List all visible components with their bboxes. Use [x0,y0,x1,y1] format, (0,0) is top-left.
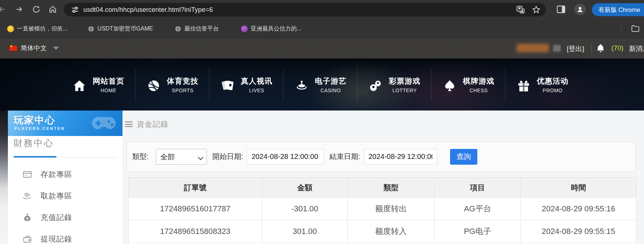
nav-label-zh: 网站首页 [93,76,124,86]
url-bar[interactable]: usdt04.com/hhcp/usercenter.html?iniType=… [64,3,546,17]
bell-icon[interactable] [596,43,605,53]
bookmark-label: 亚洲最具公信力的... [251,25,301,33]
nav-item-casino[interactable]: 电子游艺CASINO [283,68,357,101]
nav-item-lottery[interactable]: 彩票游戏LOTTERY [357,68,431,101]
sidebar-item-label: 取款專區 [41,191,72,201]
chevron-down-icon [53,47,59,50]
table-row: 1724896516017787 -301.00 额度转出 AG平台 2024-… [129,197,636,220]
logout-link[interactable]: [登出] [567,44,584,53]
cell-order-no: 1724896515808323 [129,220,262,243]
back-icon[interactable] [0,4,7,15]
money-bag-icon [23,213,32,222]
folder-icon[interactable] [631,24,640,33]
sidebar-item-label: 存款專區 [41,169,72,179]
home-icon [72,78,87,93]
type-select[interactable]: 全部 [156,149,207,165]
cell-time: 2024-08-29 09:55:15 [520,220,636,243]
nav-label-en: PROMO [543,88,562,93]
nav-item-home[interactable]: 网站首页HOME [61,68,135,101]
cell-item: PG电子 [434,220,520,243]
playing-cards-icon [220,78,235,93]
screen: usdt04.com/hhcp/usercenter.html?iniType=… [0,0,644,244]
language-selector[interactable]: 简体中文 [9,44,59,52]
column-header: 類型 [347,178,434,197]
lottery-balls-icon [368,78,383,93]
translate-icon[interactable] [516,5,525,14]
sports-ball-icon [146,78,161,93]
start-date-label: 開始日期: [213,152,244,161]
table-header-row: 訂單號 金額 類型 項目 時間 [129,178,636,197]
cell-amount: -301.00 [262,198,347,220]
search-button[interactable]: 查詢 [450,149,477,165]
bookmark-item[interactable]: 一直被模仿，但依... [10,25,68,33]
notice-count[interactable]: (70) [611,44,624,52]
url-text[interactable]: usdt04.com/hhcp/usercenter.html?iniType=… [83,6,213,14]
bookmarks-bar: 一直被模仿，但依... USDT加密货币GAME 最佳信誉平台 亚洲最具公信力的… [0,19,644,39]
cell-item: AG平台 [434,198,520,220]
side-panel-icon[interactable] [556,4,566,14]
roulette-icon [294,78,309,93]
chrome-update-button[interactable]: 有新版 Chrome [592,3,644,16]
bookmark-favicon [7,25,14,32]
wallet-icon [23,234,32,244]
site-info-icon[interactable] [70,5,80,14]
notice-link[interactable]: 新消息 [629,44,644,53]
bookmark-favicon [241,25,248,32]
browser-toolbar: usdt04.com/hhcp/usercenter.html?iniType=… [0,0,644,19]
forward-icon[interactable] [14,4,24,15]
redacted-badge [553,45,561,52]
bookmark-item[interactable]: USDT加密货币GAME [88,25,153,33]
banner-subtitle: PLAYERS CENTER [14,126,65,131]
bookmark-star-icon[interactable] [532,5,541,14]
sidebar-item-deposit[interactable]: 存款專區 [8,164,122,185]
sidebar-item-label: 提現記錄 [41,234,72,244]
nav-label-zh: 真人视讯 [241,76,273,86]
gift-icon [516,78,531,93]
start-date-input[interactable] [247,149,324,165]
sidebar: 玩家中心 PLAYERS CENTER 財務中心 存款專區 [8,111,122,244]
main-navigation: 网站首页HOME 体育竞技SPORTS 真人视讯LIVES [0,58,644,111]
bookmark-label: 最佳信誉平台 [184,25,219,33]
filter-panel: 類型: 全部 開始日期: 結束日期: 查詢 [126,142,636,172]
userbar-divider [592,43,592,54]
nav-item-lives[interactable]: 真人视讯LIVES [209,68,283,101]
menu-icon[interactable] [125,121,133,127]
table-row-partial [129,243,636,244]
nav-label-en: LOTTERY [393,88,417,93]
bookmark-item[interactable]: 最佳信誉平台 [175,25,219,33]
user-bar: 简体中文 [登出] (70) 新消息 [0,39,644,58]
bookmark-label: 一直被模仿，但依... [17,25,68,33]
profile-avatar[interactable] [574,4,586,15]
nav-label-zh: 电子游艺 [315,76,347,86]
nav-item-sports[interactable]: 体育竞技SPORTS [135,68,209,101]
banner-title: 玩家中心 [14,114,55,127]
sidebar-item-withdrawal-records[interactable]: 提現記錄 [8,228,122,244]
home-button-icon[interactable] [47,4,58,15]
end-date-input[interactable] [364,149,437,165]
nav-label-en: HOME [101,88,116,93]
table-row: 1724896515808323 301.00 额度转入 PG电子 2024-0… [129,220,636,243]
language-label: 简体中文 [21,44,47,52]
spade-icon [442,78,457,93]
type-select-wrap: 全部 [156,149,207,165]
nav-label-zh: 优惠活动 [537,76,569,86]
nav-item-chess[interactable]: 棋牌游戏CHESS [431,68,505,101]
bookmark-item[interactable]: 亚洲最具公信力的... [241,25,301,33]
bank-card-icon [23,170,32,179]
bookmark-label: USDT加密货币GAME [97,25,153,33]
china-flag-icon [9,46,17,51]
bookmarks-divider [621,24,621,33]
sidebar-item-recharge-records[interactable]: 充值記錄 [8,207,122,228]
column-header: 金額 [262,178,347,197]
gamepad-icon [90,115,117,131]
hand-money-icon [23,191,32,201]
nav-label-en: SPORTS [172,88,193,93]
globe-icon [175,25,181,32]
column-header: 訂單號 [129,178,262,197]
sidebar-item-withdraw[interactable]: 取款專區 [8,185,122,207]
content-area: 玩家中心 PLAYERS CENTER 財務中心 存款專區 [0,111,644,244]
column-header: 時間 [520,178,636,197]
reload-icon[interactable] [31,4,42,15]
nav-label-zh: 体育竞技 [167,76,199,86]
nav-item-promo[interactable]: 优惠活动PROMO [505,68,579,101]
